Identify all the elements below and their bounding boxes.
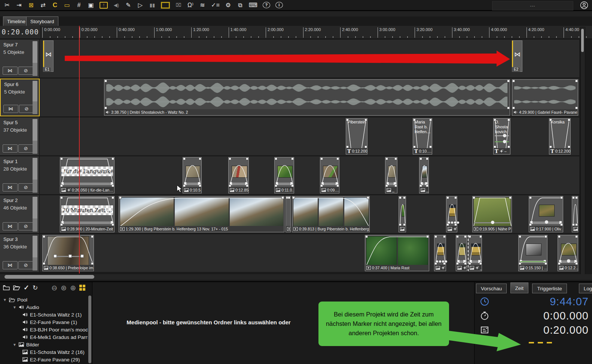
wifi-icon[interactable]: ≋ <box>199 1 206 9</box>
ruler-icon[interactable]: ▭ <box>64 1 70 9</box>
photo-clip[interactable] <box>456 235 467 271</box>
tab-timeline[interactable]: Timeline <box>3 16 30 26</box>
expander-icon[interactable]: ▼ <box>13 343 16 347</box>
keyframe-bar[interactable] <box>387 183 396 185</box>
grid-raster-icon[interactable]: # <box>76 1 82 9</box>
edit-clip-icon[interactable]: ✎ <box>125 1 132 9</box>
track-header[interactable]: Spur 336 Objekte⋈⊘ <box>0 234 40 272</box>
timeline-vertical-scrollbar[interactable] <box>580 27 585 275</box>
panel-tab-triggerliste[interactable]: Triggerliste <box>532 284 567 293</box>
comment-icon[interactable]: ⧉ <box>237 1 244 9</box>
track-mute-button[interactable]: ⊘ <box>18 67 33 75</box>
keyframe-bar[interactable] <box>62 221 113 224</box>
track-transition-button[interactable]: ⋈ <box>3 144 18 153</box>
track-transition-button[interactable]: ⋈ <box>3 105 18 113</box>
pool-tree-item[interactable]: ▼Pool <box>3 296 27 303</box>
timeline-marker-object[interactable]: ⋈E2 <box>512 40 522 72</box>
vertical-scroll-thumb[interactable] <box>581 29 584 52</box>
panel-tab-vorschau[interactable]: Vorschau <box>476 284 507 293</box>
refresh-icon[interactable]: ↻ <box>33 284 38 292</box>
photo-clip[interactable]: 20 Minuten Zeit ...0:28.900 | 20-Minuten… <box>60 196 115 232</box>
stop-icon[interactable] <box>161 2 170 9</box>
photo-clip[interactable]: 0:11.0… <box>274 157 294 193</box>
delete-object-icon[interactable]: ⊠ <box>28 1 34 9</box>
keyframe-bar[interactable] <box>62 183 113 185</box>
pause-icon[interactable]: ▮▮ <box>149 1 156 9</box>
tab-storyboard[interactable]: Storyboard <box>26 16 58 26</box>
title-clip[interactable]: KorsikaT0:12.200 <box>549 118 571 155</box>
photo-clip[interactable]: 0:12.2… <box>558 235 578 271</box>
track-level-strip[interactable] <box>33 41 37 76</box>
timeline-horizontal-scrollbar[interactable] <box>0 274 592 280</box>
expander-icon[interactable]: ▼ <box>13 305 16 309</box>
track-level-strip[interactable] <box>33 81 37 114</box>
scissors-icon[interactable]: ✂ <box>4 1 10 9</box>
check-icon[interactable]: ✓ <box>24 284 29 292</box>
photo-clip[interactable]: 0:38.650 | Preberloipe im Lungau - Salzb… <box>42 235 94 271</box>
info-icon[interactable]: i <box>275 2 283 8</box>
pool-tree-item[interactable]: E1-Schosta Waltz 2 (16) <box>22 348 85 356</box>
track-mute-button[interactable]: ⊘ <box>18 261 33 269</box>
panel-tab-zeit[interactable]: Zeit <box>510 282 529 293</box>
audio-clip[interactable]: 4:29.900 | Gabriel Fauré- Pavane - Ve… <box>512 79 578 116</box>
pool-tree-item[interactable]: ▼Audio <box>13 303 39 311</box>
expander-icon[interactable]: ▼ <box>3 298 7 302</box>
mute-audio-icon[interactable]: ◀) <box>113 1 120 9</box>
photo-clip[interactable]: 0:12.850 … <box>228 157 249 193</box>
checklist-icon[interactable]: ✓≡ <box>211 1 220 9</box>
trim-cut-icon[interactable]: ⇥ <box>16 1 22 9</box>
timeline-marker-object[interactable]: ⋈E1 <box>43 40 54 72</box>
photo-clip[interactable]: 0:15.150 | … <box>518 235 547 271</box>
open-folder-icon[interactable] <box>13 285 20 290</box>
pool-scrollbar[interactable] <box>88 296 91 363</box>
settings-gear-icon[interactable]: ⚙ <box>225 1 232 9</box>
favorites-icon[interactable]: ⊛ <box>61 284 67 292</box>
snap-icon[interactable]: C <box>52 1 58 9</box>
zoom-out-icon[interactable]: ⊖ <box>51 284 57 292</box>
video-clip[interactable]: _ <box>286 196 291 232</box>
track-level-strip[interactable] <box>33 197 37 232</box>
help-icon[interactable]: ? <box>263 2 270 8</box>
track-mute-button[interactable]: ⊘ <box>18 144 33 153</box>
photo-clip[interactable] <box>572 196 578 232</box>
pool-tree-item[interactable]: E1-Schosta Waltz 2 (1) <box>22 311 82 318</box>
horizontal-scroll-thumb[interactable] <box>4 275 94 279</box>
video-clip[interactable]: 0:39.813 | Burg Piberstein b. Helfenberg… <box>292 196 370 232</box>
photo-clip[interactable]: 0:17.900 | Oliv… <box>529 196 563 232</box>
swap-objects-icon[interactable]: ⇄ <box>40 1 46 9</box>
voiceover-icon[interactable]: Ω⁾ <box>187 1 194 9</box>
keyframe-bar[interactable] <box>230 183 247 185</box>
track-header[interactable]: Spur 128 Objekte⋈⊘ <box>0 156 40 194</box>
photo-clip[interactable]: _ <box>385 157 397 193</box>
photo-clip[interactable]: ... für die Langsamkeit0:26.050 | für-di… <box>60 157 115 193</box>
video-clip[interactable]: 0:19.905 | Nähe P… <box>472 196 512 232</box>
photo-clip[interactable]: 0:09.… <box>320 157 339 193</box>
close-x-icon[interactable]: ⌧ <box>175 1 182 9</box>
pool-tree-item[interactable]: ▼Bilder <box>13 341 39 348</box>
track-transition-button[interactable]: ⋈ <box>3 222 18 230</box>
play-icon[interactable]: ▷ <box>137 1 144 9</box>
keyframe-bar[interactable] <box>322 183 338 185</box>
keyboard-icon[interactable]: ⌨ <box>249 1 257 9</box>
photo-clip[interactable]: _ <box>419 157 429 193</box>
track-header[interactable]: Spur 537 Objekte⋈⊘ <box>0 117 40 155</box>
track-transition-button[interactable]: ⋈ <box>3 261 18 269</box>
track-mute-button[interactable]: ⊘ <box>18 222 33 230</box>
title-clip[interactable]: PibersteinT0:12.200 <box>346 118 367 155</box>
pool-tree-item[interactable]: E3-BJH Poor man's moody blues… <box>22 326 88 333</box>
panel-tab-log[interactable]: Log <box>579 284 592 293</box>
title-clip[interactable]: D. Shosta kovichT– <box>493 118 510 155</box>
audio-clip[interactable]: 3:38.750 | Dmitri Shostakovich - Waltz N… <box>104 79 510 116</box>
track-mute-button[interactable]: ⊘ <box>19 105 34 113</box>
timeline-ruler[interactable]: 0:20.000 0:00.0000:20.0000:40.0001:00.00… <box>0 26 592 39</box>
keyframe-bar[interactable] <box>470 260 480 263</box>
track-transition-button[interactable]: ⋈ <box>3 183 18 192</box>
zoom-in-icon[interactable]: ⊕ <box>70 284 76 292</box>
account-icon[interactable] <box>580 1 588 11</box>
track-level-strip[interactable] <box>33 236 37 270</box>
track-level-strip[interactable] <box>33 119 37 154</box>
new-folder-icon[interactable] <box>3 285 10 290</box>
title-clip[interactable]: Maria Rast b. Helfen…T0:10.… <box>413 118 432 155</box>
photo-clip[interactable] <box>399 196 406 232</box>
photo-clip[interactable]: _ <box>468 235 482 271</box>
